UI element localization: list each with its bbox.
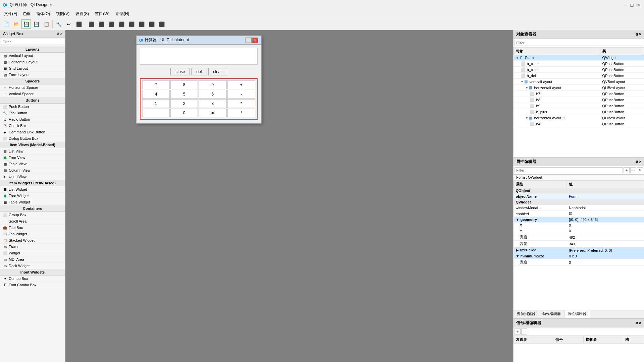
toolbar-layout-5[interactable]: ⬛ xyxy=(127,19,136,29)
toolbar-save2[interactable]: 💾 xyxy=(32,19,41,29)
toolbar-btn6[interactable]: 🔧 xyxy=(54,19,63,29)
calc-btn-3[interactable]: 3 xyxy=(199,99,226,108)
pe-filter-input[interactable] xyxy=(515,167,623,173)
wb-item-list-widget[interactable]: ☰ List Widget xyxy=(0,186,65,193)
toolbar-btn5[interactable]: 📋 xyxy=(42,19,51,29)
pe-remove-button[interactable]: — xyxy=(630,167,636,173)
canvas-area[interactable]: Qt 计算器 - UI_Calculator.ui − ✕ close del … xyxy=(65,30,513,362)
widget-box-filter-input[interactable] xyxy=(1,39,64,45)
calc-btn-5[interactable]: 5 xyxy=(170,90,198,99)
tab-properties[interactable]: 属性编辑器 xyxy=(565,310,590,318)
close-button[interactable]: ✕ xyxy=(636,2,641,8)
wb-item-tree-widget[interactable]: 🌲 Tree Widget xyxy=(0,193,65,199)
table-row[interactable]: Y 0 xyxy=(514,228,644,234)
wb-item-mdi-area[interactable]: ▭ MDI Area xyxy=(0,256,65,263)
wb-item-tool-button[interactable]: 🔧 Tool Button xyxy=(0,110,65,116)
menu-settings[interactable]: 设置(S) xyxy=(73,10,92,17)
table-row[interactable]: X 0 xyxy=(514,223,644,228)
calc-btn-9[interactable]: 9 xyxy=(199,80,226,89)
table-row[interactable]: enabled ☑ xyxy=(514,211,644,217)
calc-close-btn[interactable]: close xyxy=(170,68,190,75)
widget-box-close[interactable]: ✕ xyxy=(60,32,62,36)
se-close-button[interactable]: ✕ xyxy=(639,321,641,325)
calc-del-btn[interactable]: del xyxy=(191,68,207,75)
toolbar-new[interactable]: 📄 xyxy=(1,19,11,29)
table-row[interactable]: ▶ sizePolicy [Preferred, Preferred, 0, 0… xyxy=(514,247,644,253)
wb-item-form-layout[interactable]: ▧ Form Layout xyxy=(0,72,65,78)
calc-clear-btn[interactable]: clear xyxy=(208,68,227,75)
table-row[interactable]: ▼ minimumSize 0 x 0 xyxy=(514,253,644,259)
table-row[interactable]: ⬜ b_del QPushButton xyxy=(514,73,644,79)
calc-btn-2[interactable]: 2 xyxy=(170,99,198,108)
table-row[interactable]: ⬜ b_close QPushButton xyxy=(514,67,644,73)
oi-filter-input[interactable] xyxy=(515,40,643,46)
menu-view[interactable]: 视图(V) xyxy=(53,10,72,17)
table-row[interactable]: ⬜ b_clear QPushButton xyxy=(514,61,644,67)
table-row[interactable]: 高度 343 xyxy=(514,241,644,247)
wb-item-push-button[interactable]: ⬜ Push Button xyxy=(0,104,65,110)
wb-item-combo-box[interactable]: ▾ Combo Box xyxy=(0,276,65,282)
pe-close-button[interactable]: ✕ xyxy=(639,160,641,164)
se-add-button[interactable]: + xyxy=(515,328,521,335)
calc-btn-7[interactable]: 7 xyxy=(142,80,170,89)
wb-item-tab-widget[interactable]: 📑 Tab Widget xyxy=(0,231,65,237)
wb-item-list-view[interactable]: ☰ List View xyxy=(0,148,65,155)
wb-item-widget[interactable]: ⬜ Widget xyxy=(0,250,65,256)
calc-btn-minus[interactable]: - xyxy=(227,90,255,99)
table-row[interactable]: objectName Form xyxy=(514,194,644,199)
toolbar-layout-v[interactable]: ⬛ xyxy=(87,19,96,29)
wb-item-group-box[interactable]: ⬜ Group Box xyxy=(0,212,65,218)
menu-edit[interactable]: Edit xyxy=(20,11,33,17)
wb-item-horizontal-layout[interactable]: ▥ Horizontal Layout xyxy=(0,59,65,65)
wb-item-font-combo-box[interactable]: F Font Combo Box xyxy=(0,282,65,288)
maximize-button[interactable]: □ xyxy=(629,2,635,8)
tab-resources[interactable]: 资源浏览器 xyxy=(514,310,539,318)
wb-item-radio-button[interactable]: ⊙ Radio Button xyxy=(0,116,65,123)
table-row[interactable]: ▼ geometry [(0, 0), 492 x 343] xyxy=(514,217,644,223)
pe-add-button[interactable]: + xyxy=(624,167,630,173)
toolbar-layout-6[interactable]: ⬛ xyxy=(137,19,146,29)
calc-btn-dot[interactable]: . xyxy=(142,109,170,117)
toolbar-layout-8[interactable]: ⬛ xyxy=(157,19,166,29)
toolbar-layout-g[interactable]: ⬛ xyxy=(107,19,116,29)
toolbar-layout-f[interactable]: ⬛ xyxy=(117,19,126,29)
table-row[interactable]: ▼▥ horizontalLayout_2 QHBoxLayout xyxy=(514,115,644,121)
table-row[interactable]: ▼🗒 Form QWidget xyxy=(514,55,644,61)
tab-actions[interactable]: 动作编辑器 xyxy=(539,310,565,318)
calc-btn-6[interactable]: 6 xyxy=(199,90,226,99)
wb-item-scroll-area[interactable]: ↕ Scroll Area xyxy=(0,218,65,225)
table-row[interactable]: windowModal... NonModal xyxy=(514,205,644,211)
wb-item-vertical-layout[interactable]: ▤ Vertical Layout xyxy=(0,53,65,59)
menu-window[interactable]: 窗口(W) xyxy=(92,10,112,17)
menu-help[interactable]: 帮助(H) xyxy=(113,10,132,17)
menu-file[interactable]: 文件(F) xyxy=(1,10,20,17)
wb-item-grid-layout[interactable]: ▦ Grid Layout xyxy=(0,65,65,72)
pe-float-button[interactable]: ⧉ xyxy=(636,160,638,164)
calc-close[interactable]: ✕ xyxy=(252,38,258,43)
wb-item-table-view[interactable]: ▦ Table View xyxy=(0,161,65,167)
table-row[interactable]: 宽度 0 xyxy=(514,259,644,266)
se-float-button[interactable]: ⧉ xyxy=(636,321,638,325)
wb-item-undo-view[interactable]: ↩ Undo View xyxy=(0,174,65,180)
table-row[interactable]: ▼▥ horizontalLayout QHBoxLayout xyxy=(514,85,644,91)
toolbar-layout-7[interactable]: ⬛ xyxy=(147,19,156,29)
calc-btn-8[interactable]: 8 xyxy=(170,80,198,89)
wb-item-check-box[interactable]: ☑ Check Box xyxy=(0,123,65,129)
wb-item-dialog-button-box[interactable]: ⬜ Dialog Button Box xyxy=(0,135,65,142)
calc-btn-0[interactable]: 0 xyxy=(170,109,198,117)
wb-item-column-view[interactable]: ▥ Column View xyxy=(0,167,65,174)
table-row[interactable]: ⬜ b_plus QPushButton xyxy=(514,109,644,115)
calc-minimize[interactable]: − xyxy=(246,38,252,43)
oi-close-button[interactable]: ✕ xyxy=(639,33,641,37)
menu-form[interactable]: 窗体(O) xyxy=(34,10,53,17)
table-row[interactable]: 宽度 492 xyxy=(514,234,644,241)
wb-item-tree-view[interactable]: 🌲 Tree View xyxy=(0,155,65,161)
wb-item-frame[interactable]: ▭ Frame xyxy=(0,244,65,250)
toolbar-btn8[interactable]: ⬛ xyxy=(74,19,84,29)
calc-btn-multiply[interactable]: * xyxy=(227,99,255,108)
wb-item-command-link[interactable]: ▶ Command Link Button xyxy=(0,129,65,135)
pe-edit-button[interactable]: ✎ xyxy=(637,167,643,173)
widget-box-float[interactable]: ⧉ xyxy=(57,32,59,36)
calc-btn-divide[interactable]: / xyxy=(227,109,255,117)
wb-item-table-widget[interactable]: ▦ Table Widget xyxy=(0,199,65,205)
